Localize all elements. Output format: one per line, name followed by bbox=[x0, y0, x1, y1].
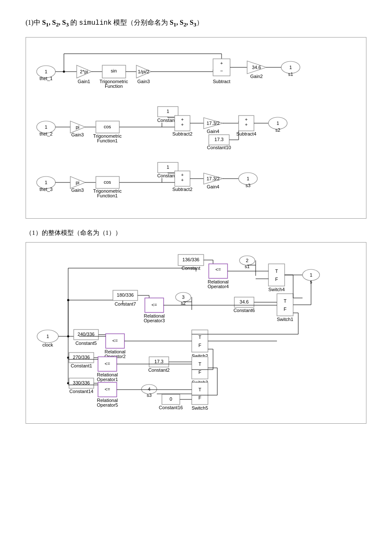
svg-text:<=: <= bbox=[112, 338, 118, 343]
svg-text:<=: <= bbox=[105, 361, 110, 366]
svg-text:34.6: 34.6 bbox=[239, 299, 248, 304]
svg-text:pi: pi bbox=[76, 124, 80, 130]
svg-rect-187 bbox=[192, 330, 208, 352]
svg-text:3: 3 bbox=[182, 295, 184, 300]
svg-text:+: + bbox=[245, 122, 248, 127]
svg-text:Switch4: Switch4 bbox=[268, 287, 285, 292]
svg-text:Operator4: Operator4 bbox=[208, 284, 229, 289]
svg-text:<=: <= bbox=[216, 267, 221, 272]
svg-text:1: 1 bbox=[167, 109, 169, 114]
svg-text:240/336: 240/336 bbox=[78, 332, 95, 337]
svg-text:T: T bbox=[275, 269, 278, 274]
svg-rect-240 bbox=[192, 382, 208, 405]
svg-text:−: − bbox=[220, 68, 223, 73]
svg-text:cos: cos bbox=[104, 179, 111, 185]
svg-text:0: 0 bbox=[170, 396, 172, 402]
svg-text:34.6: 34.6 bbox=[252, 65, 261, 70]
svg-text:Subtract2: Subtract2 bbox=[172, 131, 192, 136]
svg-text:Gain3: Gain3 bbox=[71, 188, 84, 193]
svg-text:180/336: 180/336 bbox=[117, 292, 134, 298]
svg-text:s3: s3 bbox=[147, 393, 152, 398]
svg-text:Constant14: Constant14 bbox=[69, 389, 93, 394]
svg-text:1: 1 bbox=[46, 334, 49, 339]
svg-text:Switch1: Switch1 bbox=[277, 317, 294, 322]
svg-text:Constant6: Constant6 bbox=[233, 308, 255, 313]
svg-text:F: F bbox=[199, 395, 202, 400]
svg-text:Gain3: Gain3 bbox=[71, 132, 84, 137]
svg-text:Gain2: Gain2 bbox=[250, 74, 262, 79]
svg-text:1: 1 bbox=[167, 165, 169, 170]
svg-text:Subtract4: Subtract4 bbox=[236, 131, 256, 136]
svg-text:136/336: 136/336 bbox=[182, 257, 199, 262]
svg-text:Function1: Function1 bbox=[97, 138, 118, 143]
svg-text:Constant7: Constant7 bbox=[115, 301, 136, 306]
svg-text:1: 1 bbox=[277, 121, 279, 126]
svg-text:thet_3: thet_3 bbox=[40, 187, 53, 192]
svg-text:Constant10: Constant10 bbox=[207, 145, 231, 150]
svg-text:1: 1 bbox=[310, 272, 312, 278]
svg-text:1: 1 bbox=[289, 65, 292, 70]
svg-text:Constant1: Constant1 bbox=[71, 363, 92, 368]
svg-text:F: F bbox=[199, 343, 202, 348]
svg-text:s1: s1 bbox=[288, 72, 293, 77]
svg-text:sin: sin bbox=[111, 68, 117, 73]
svg-text:T: T bbox=[199, 387, 202, 392]
svg-text:1: 1 bbox=[247, 176, 249, 181]
svg-text:2*pi: 2*pi bbox=[80, 69, 88, 74]
svg-text:Gain1: Gain1 bbox=[78, 79, 90, 84]
title-line: (1)中 S1, S2, S3 的 simulink 模型（分别命名为 S1, … bbox=[26, 17, 366, 29]
svg-text:F: F bbox=[199, 370, 202, 375]
svg-text:T: T bbox=[199, 335, 202, 340]
svg-rect-165 bbox=[277, 294, 293, 316]
svg-text:cos: cos bbox=[104, 124, 111, 129]
svg-text:Constant16: Constant16 bbox=[159, 405, 183, 410]
svg-text:Constant2: Constant2 bbox=[148, 367, 170, 373]
svg-text:thet_1: thet_1 bbox=[40, 76, 53, 81]
svg-rect-212 bbox=[192, 357, 208, 379]
diagram2-container: 1 clock 136/336 Constant <= Relational O… bbox=[26, 242, 366, 424]
svg-text:s2: s2 bbox=[181, 301, 186, 306]
svg-text:270/336: 270/336 bbox=[73, 355, 90, 360]
svg-text:330/336: 330/336 bbox=[73, 380, 90, 385]
svg-text:clock: clock bbox=[42, 342, 53, 347]
svg-text:pi: pi bbox=[76, 180, 80, 185]
svg-text:1: 1 bbox=[45, 69, 47, 74]
svg-text:s3: s3 bbox=[245, 183, 251, 188]
svg-text:<=: <= bbox=[152, 302, 157, 307]
svg-text:17.3/2: 17.3/2 bbox=[207, 121, 220, 126]
svg-text:s1: s1 bbox=[245, 264, 250, 269]
svg-text:1: 1 bbox=[45, 124, 47, 130]
svg-text:F: F bbox=[275, 277, 278, 282]
svg-text:Switch5: Switch5 bbox=[192, 405, 208, 410]
svg-text:Subtract2: Subtract2 bbox=[172, 187, 192, 192]
svg-text:2: 2 bbox=[246, 258, 248, 263]
svg-text:Subtract: Subtract bbox=[213, 79, 231, 84]
svg-text:<=: <= bbox=[105, 387, 110, 392]
svg-text:+: + bbox=[181, 177, 184, 182]
svg-text:17.3/2: 17.3/2 bbox=[207, 176, 220, 181]
svg-text:F: F bbox=[284, 306, 287, 312]
diagram1-container: 1 thet_1 2*pi Gain1 sin Trigonometric Fu… bbox=[26, 37, 366, 219]
svg-text:1/pi/2: 1/pi/2 bbox=[138, 69, 150, 74]
svg-text:Constant5: Constant5 bbox=[75, 341, 97, 346]
svg-text:Function1: Function1 bbox=[97, 193, 118, 198]
svg-text:+: + bbox=[181, 117, 184, 122]
svg-text:Gain3: Gain3 bbox=[137, 79, 150, 84]
svg-text:4: 4 bbox=[148, 387, 150, 392]
svg-rect-133 bbox=[268, 264, 285, 286]
svg-text:Constant: Constant bbox=[182, 266, 200, 271]
svg-text:thet_2: thet_2 bbox=[40, 131, 53, 136]
svg-text:+: + bbox=[181, 122, 184, 127]
svg-text:Gain4: Gain4 bbox=[207, 184, 219, 189]
svg-text:+: + bbox=[181, 172, 184, 177]
svg-text:Operator5: Operator5 bbox=[97, 402, 118, 408]
svg-text:17.3: 17.3 bbox=[214, 137, 223, 142]
svg-text:Operator1: Operator1 bbox=[97, 377, 118, 382]
svg-text:Gain4: Gain4 bbox=[207, 129, 219, 134]
section2-label: （1）的整体模型（命名为（1）） bbox=[26, 229, 366, 237]
svg-text:s2: s2 bbox=[275, 127, 280, 133]
svg-text:T: T bbox=[284, 298, 287, 304]
svg-text:Function: Function bbox=[105, 84, 123, 89]
svg-text:17.3: 17.3 bbox=[154, 359, 163, 364]
svg-text:+: + bbox=[245, 117, 248, 122]
